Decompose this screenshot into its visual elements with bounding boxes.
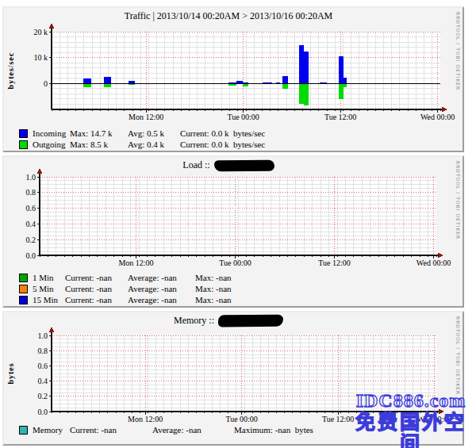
svg-text:Mon 12:00: Mon 12:00 xyxy=(128,415,163,423)
memory-y-axis-label: bytes xyxy=(6,362,15,384)
legend-cell: 15 Min xyxy=(33,294,65,305)
legend-cell: Average: -nan xyxy=(128,283,195,294)
legend-row: MemoryCurrent: -nanAverage: -nanMaximum:… xyxy=(19,424,313,435)
legend-cell: Average: -nan xyxy=(152,424,234,435)
legend-cell: Current: -nan xyxy=(65,294,128,305)
rrdtool-credit-text: RRDTOOL / TOBI OETIKER xyxy=(455,161,461,239)
monitoring-page: Traffic | 2013/10/14 00:20AM > 2013/10/1… xyxy=(0,0,476,448)
traffic-y-axis-label: bytes/sec xyxy=(6,52,15,90)
load-graph-panel: Load :: 1.00.80.60.40.20.0Mon 12:00Tue 0… xyxy=(2,155,464,308)
legend-row: 1 MinCurrent: -nanAverage: -nanMax: -nan xyxy=(19,272,232,283)
legend-swatch xyxy=(19,274,28,282)
legend-cell: Max: -nan xyxy=(195,283,232,294)
load-legend: 1 MinCurrent: -nanAverage: -nanMax: -nan… xyxy=(19,272,232,305)
svg-text:0.0: 0.0 xyxy=(26,251,36,260)
svg-text:0.4: 0.4 xyxy=(26,220,36,228)
legend-row: 15 MinCurrent: -nanAverage: -nanMax: -na… xyxy=(19,294,232,305)
svg-text:Mon 12:00: Mon 12:00 xyxy=(118,258,153,267)
svg-text:0.2: 0.2 xyxy=(26,235,36,244)
legend-cell: Current: -nan xyxy=(70,424,152,435)
svg-text:0.0: 0.0 xyxy=(38,408,48,416)
legend-cell: Max: 8.5 k xyxy=(70,139,128,150)
traffic-legend: IncomingMax: 14.7 kAvg: 0.5 kCurrent: 0.… xyxy=(19,128,265,150)
svg-text:0.6: 0.6 xyxy=(38,362,48,370)
legend-cell: Avg: 0.4 k xyxy=(128,139,180,150)
svg-text:1.0: 1.0 xyxy=(38,331,48,340)
legend-cell: Average: -nan xyxy=(128,272,195,283)
memory-graph-panel: Memory :: 1.00.80.60.40.20.0Mon 12:00Tue… xyxy=(2,311,464,446)
svg-text:Wed 00:00: Wed 00:00 xyxy=(420,113,455,121)
legend-row: OutgoingMax: 8.5 kAvg: 0.4 kCurrent: 0.0… xyxy=(19,139,265,150)
legend-cell: 5 Min xyxy=(33,283,65,294)
svg-text:Wed 00:00: Wed 00:00 xyxy=(416,258,451,267)
svg-text:Tue 00:00: Tue 00:00 xyxy=(219,258,251,267)
legend-cell: 1 Min xyxy=(33,272,65,283)
legend-swatch xyxy=(19,285,28,293)
svg-text:0.8: 0.8 xyxy=(26,188,36,197)
legend-swatch xyxy=(19,426,28,435)
svg-text:Tue 12:00: Tue 12:00 xyxy=(322,415,354,423)
svg-text:Mon 12:00: Mon 12:00 xyxy=(129,113,163,121)
svg-text:Tue 00:00: Tue 00:00 xyxy=(227,113,259,121)
legend-cell: Current: 0.0 k bytes/sec xyxy=(180,139,265,150)
legend-cell: Avg: 0.5 k xyxy=(128,128,180,139)
legend-cell: Average: -nan xyxy=(128,294,195,305)
svg-text:0.4: 0.4 xyxy=(38,377,48,385)
svg-text:0: 0 xyxy=(44,79,48,88)
svg-text:1.0: 1.0 xyxy=(26,173,36,182)
legend-cell: Max: -nan xyxy=(195,272,232,283)
svg-text:Tue 12:00: Tue 12:00 xyxy=(324,113,356,121)
legend-cell: Incoming xyxy=(33,128,70,139)
rrdtool-credit-text: RRDTOOL / TOBI OETIKER xyxy=(455,12,461,90)
legend-cell: Max: 14.7 k xyxy=(70,128,128,139)
legend-cell: Memory xyxy=(33,424,70,435)
memory-legend: MemoryCurrent: -nanAverage: -nanMaximum:… xyxy=(19,424,313,435)
svg-text:20 k: 20 k xyxy=(34,28,48,36)
svg-text:0.6: 0.6 xyxy=(26,204,36,213)
legend-row: 5 MinCurrent: -nanAverage: -nanMax: -nan xyxy=(19,283,232,294)
svg-text:Wed 00:00: Wed 00:00 xyxy=(417,415,451,423)
legend-cell: Current: -nan xyxy=(65,272,128,283)
svg-text:0.8: 0.8 xyxy=(38,347,48,355)
legend-swatch xyxy=(19,296,28,304)
legend-cell: Current: -nan xyxy=(65,283,128,294)
svg-text:Tue 00:00: Tue 00:00 xyxy=(225,415,257,423)
legend-cell: Max: -nan xyxy=(195,294,232,305)
svg-text:Tue 12:00: Tue 12:00 xyxy=(318,258,350,267)
legend-cell: Outgoing xyxy=(33,139,70,150)
legend-swatch xyxy=(19,140,28,149)
legend-swatch xyxy=(19,129,28,138)
svg-text:0.2: 0.2 xyxy=(38,392,48,400)
legend-row: IncomingMax: 14.7 kAvg: 0.5 kCurrent: 0.… xyxy=(19,128,265,139)
legend-cell: Current: 0.0 k bytes/sec xyxy=(180,128,265,139)
legend-cell: Maximum: -nan bytes xyxy=(234,424,313,435)
svg-text:10 k: 10 k xyxy=(34,53,48,62)
rrdtool-credit-text: RRDTOOL / TOBI OETIKER xyxy=(455,316,461,395)
traffic-graph-panel: Traffic | 2013/10/14 00:20AM > 2013/10/1… xyxy=(2,6,464,152)
